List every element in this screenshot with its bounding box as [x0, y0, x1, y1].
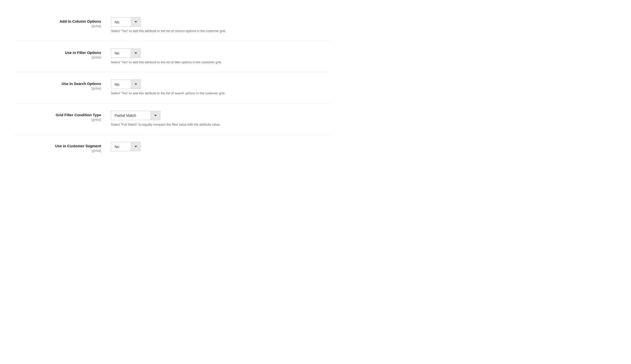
input-col-use-in-customer-segment: No [108, 142, 330, 151]
input-col-use-in-search-options: NoSelect "Yes" to add this attribute to … [108, 80, 330, 96]
chevron-down-icon [135, 84, 137, 85]
label-col-use-in-search-options: Use in Search Options[global] [15, 80, 108, 90]
field-label-use-in-customer-segment: Use in Customer Segment [15, 143, 101, 148]
input-col-grid-filter-condition-type: Partial MatchSelect "Full Match" to equa… [108, 111, 330, 127]
field-label-grid-filter-condition-type: Grid Filter Condition Type [15, 112, 101, 118]
form-row-add-to-column-options: Add to Column Options[global]NoSelect "Y… [15, 10, 330, 41]
field-scope-add-to-column-options: [global] [15, 24, 101, 28]
select-value-use-in-customer-segment: No [111, 142, 131, 151]
select-wrapper-use-in-search-options[interactable]: No [111, 80, 141, 89]
select-wrapper-use-in-filter-options[interactable]: No [111, 48, 141, 58]
select-arrow-use-in-search-options[interactable] [131, 80, 140, 89]
field-hint-use-in-filter-options: Select "Yes" to add this attribute to th… [111, 60, 283, 65]
field-hint-grid-filter-condition-type: Select "Full Match" to equally compare t… [111, 122, 283, 127]
chevron-down-icon [135, 52, 137, 54]
label-col-use-in-customer-segment: Use in Customer Segment[global] [15, 142, 108, 152]
field-hint-use-in-search-options: Select "Yes" to add this attribute to th… [111, 91, 283, 96]
select-wrapper-grid-filter-condition-type[interactable]: Partial Match [111, 111, 160, 120]
form-row-use-in-customer-segment: Use in Customer Segment[global]No [15, 134, 330, 160]
chevron-down-icon [135, 146, 137, 147]
label-col-grid-filter-condition-type: Grid Filter Condition Type[global] [15, 111, 108, 122]
input-col-use-in-filter-options: NoSelect "Yes" to add this attribute to … [108, 48, 330, 65]
select-wrapper-add-to-column-options[interactable]: No [111, 17, 141, 26]
select-arrow-use-in-customer-segment[interactable] [131, 142, 140, 151]
form-container: Add to Column Options[global]NoSelect "Y… [0, 0, 345, 170]
field-label-add-to-column-options: Add to Column Options [15, 19, 101, 24]
select-value-add-to-column-options: No [111, 18, 131, 26]
input-col-add-to-column-options: NoSelect "Yes" to add this attribute to … [108, 17, 330, 34]
field-scope-use-in-filter-options: [global] [15, 56, 101, 59]
field-hint-add-to-column-options: Select "Yes" to add this attribute to th… [111, 28, 283, 34]
label-col-add-to-column-options: Add to Column Options[global] [15, 17, 108, 28]
form-row-use-in-filter-options: Use in Filter Options[global]NoSelect "Y… [15, 41, 330, 72]
field-scope-grid-filter-condition-type: [global] [15, 118, 101, 122]
select-wrapper-use-in-customer-segment[interactable]: No [111, 142, 141, 151]
select-arrow-use-in-filter-options[interactable] [131, 49, 140, 58]
field-label-use-in-filter-options: Use in Filter Options [15, 50, 101, 55]
select-value-use-in-search-options: No [111, 80, 131, 89]
form-row-use-in-search-options: Use in Search Options[global]NoSelect "Y… [15, 72, 330, 104]
select-value-use-in-filter-options: No [111, 49, 131, 58]
label-col-use-in-filter-options: Use in Filter Options[global] [15, 48, 108, 59]
form-row-grid-filter-condition-type: Grid Filter Condition Type[global]Partia… [15, 104, 330, 135]
field-scope-use-in-search-options: [global] [15, 87, 101, 90]
select-arrow-grid-filter-condition-type[interactable] [151, 111, 160, 120]
select-value-grid-filter-condition-type: Partial Match [111, 111, 151, 120]
select-arrow-add-to-column-options[interactable] [131, 18, 140, 26]
chevron-down-icon [135, 21, 137, 23]
field-scope-use-in-customer-segment: [global] [15, 149, 101, 152]
field-label-use-in-search-options: Use in Search Options [15, 81, 101, 86]
chevron-down-icon [154, 115, 157, 116]
